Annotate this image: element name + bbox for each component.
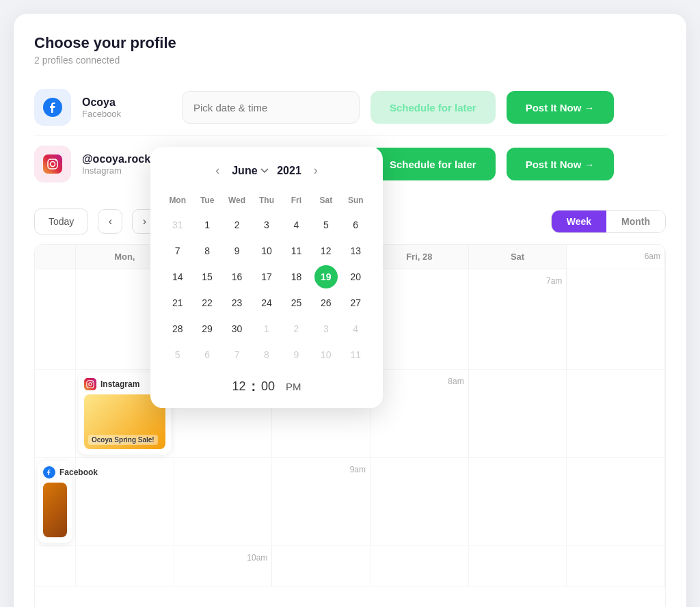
event-spring-label: Ocoya Spring Sale! xyxy=(88,435,158,445)
cal-day-selected[interactable]: 19 xyxy=(314,265,338,288)
time-minute[interactable]: 00 xyxy=(261,379,275,394)
cal-header-thu: Thu xyxy=(253,193,280,211)
cal-day[interactable]: 20 xyxy=(344,265,367,288)
cal-day[interactable]: 27 xyxy=(344,291,367,314)
facebook-icon-thu xyxy=(43,466,55,478)
cal-next-button[interactable]: › xyxy=(308,161,323,180)
week-view-button[interactable]: Week xyxy=(552,211,606,232)
cal-prev-button[interactable]: ‹ xyxy=(210,161,225,180)
cal-day[interactable]: 6 xyxy=(196,343,219,366)
facebook-post-now-button[interactable]: Post It Now → xyxy=(507,91,614,124)
cal-day[interactable]: 8 xyxy=(196,239,219,262)
cal-header-tue: Tue xyxy=(193,193,220,211)
cal-day[interactable]: 3 xyxy=(255,213,278,237)
facebook-event-thu[interactable]: Facebook xyxy=(38,461,72,543)
instagram-icon-thu xyxy=(84,378,96,390)
facebook-profile-icon xyxy=(34,89,71,126)
cal-day[interactable]: 23 xyxy=(226,291,249,314)
cell-thu-10am xyxy=(469,546,567,587)
cal-day[interactable]: 30 xyxy=(226,317,249,340)
cal-day[interactable]: 31 xyxy=(166,213,189,237)
calendar-grid: Mon Tue Wed Thu Fri Sat Sun 31 1 2 3 4 5… xyxy=(164,193,369,366)
cal-day[interactable]: 5 xyxy=(314,213,338,237)
main-container: Choose your profile 2 profiles connected… xyxy=(14,14,686,607)
cal-day[interactable]: 16 xyxy=(226,265,249,288)
month-view-button[interactable]: Month xyxy=(606,211,665,232)
cal-day[interactable]: 9 xyxy=(226,239,249,262)
cal-day[interactable]: 17 xyxy=(255,265,278,288)
cal-day[interactable]: 7 xyxy=(226,343,249,366)
cal-day[interactable]: 10 xyxy=(255,239,278,262)
cal-day[interactable]: 24 xyxy=(255,291,278,314)
cal-day[interactable]: 21 xyxy=(166,291,189,314)
facebook-profile-info: Ocoya Facebook xyxy=(82,96,171,119)
event-platform-thu-name: Instagram xyxy=(100,379,139,389)
cal-day[interactable]: 26 xyxy=(314,291,338,314)
cal-day[interactable]: 25 xyxy=(284,291,308,314)
cal-day[interactable]: 1 xyxy=(196,213,219,237)
svg-point-9 xyxy=(89,383,92,386)
facebook-platform: Facebook xyxy=(82,109,171,119)
cell-fri-9am xyxy=(35,546,76,587)
cal-year: 2021 xyxy=(277,165,301,177)
cal-day[interactable]: 4 xyxy=(344,317,367,340)
cal-day[interactable]: 2 xyxy=(284,317,308,340)
cal-day[interactable]: 28 xyxy=(166,317,189,340)
instagram-schedule-button[interactable]: Schedule for later xyxy=(371,148,496,180)
cal-day[interactable]: 10 xyxy=(314,343,338,366)
cal-day[interactable]: 13 xyxy=(344,239,367,262)
cal-month-select[interactable]: June xyxy=(232,165,270,176)
svg-rect-8 xyxy=(87,381,94,388)
cal-day[interactable]: 5 xyxy=(166,343,189,366)
facebook-schedule-button[interactable]: Schedule for later xyxy=(371,91,496,124)
cal-day[interactable]: 29 xyxy=(196,317,219,340)
cell-blank-9am xyxy=(469,458,567,546)
profile-row-facebook: Ocoya Facebook Schedule for later Post I… xyxy=(34,79,666,136)
event-image-fb xyxy=(43,483,67,537)
cell-thu-8am: Facebook xyxy=(35,458,76,546)
cell-mon-10am xyxy=(272,546,371,587)
time-9am: 9am xyxy=(272,458,371,546)
cell-fri-10am xyxy=(567,546,665,587)
cal-day[interactable]: 4 xyxy=(284,213,308,237)
cell-fri-8am xyxy=(76,458,174,546)
profiles-count: 2 profiles connected xyxy=(34,55,666,66)
cal-day[interactable]: 11 xyxy=(344,343,367,366)
cal-day[interactable]: 22 xyxy=(196,291,219,314)
cell-blank-8am xyxy=(567,370,665,458)
cal-day[interactable]: 11 xyxy=(284,239,308,262)
calendar-header: ‹ June 2021 › xyxy=(164,161,369,180)
cal-day[interactable]: 2 xyxy=(226,213,249,237)
week-header-sat: Sat xyxy=(469,245,567,269)
cell-blank-7am xyxy=(35,370,76,458)
cell-mon-8am xyxy=(469,370,567,458)
time-ampm[interactable]: PM xyxy=(286,381,301,392)
cal-header-wed: Wed xyxy=(224,193,250,211)
facebook-date-input[interactable] xyxy=(182,91,360,124)
cal-day[interactable]: 6 xyxy=(344,213,367,237)
cal-header-sat: Sat xyxy=(312,193,339,211)
cal-day[interactable]: 9 xyxy=(284,343,308,366)
page-title: Choose your profile xyxy=(34,34,666,52)
cal-day[interactable]: 18 xyxy=(284,265,308,288)
cal-day[interactable]: 7 xyxy=(166,239,189,262)
cell-sat-10am xyxy=(35,587,76,607)
cal-day[interactable]: 1 xyxy=(255,317,278,340)
cell-blank-10am xyxy=(371,546,469,587)
cal-day[interactable]: 8 xyxy=(255,343,278,366)
cal-day[interactable]: 3 xyxy=(314,317,338,340)
cal-day[interactable]: 12 xyxy=(314,239,338,262)
time-10am: 10am xyxy=(174,546,273,587)
instagram-post-now-button[interactable]: Post It Now → xyxy=(507,148,614,180)
facebook-name: Ocoya xyxy=(82,96,171,109)
cal-header-mon: Mon xyxy=(164,193,191,211)
today-button[interactable]: Today xyxy=(34,208,88,234)
calendar-time-row: 12 : 00 PM xyxy=(164,379,369,394)
cell-mon-9am xyxy=(371,458,469,546)
week-prev-button[interactable]: ‹ xyxy=(98,209,122,234)
time-hour[interactable]: 12 xyxy=(232,379,245,394)
svg-point-4 xyxy=(55,160,57,161)
cal-day[interactable]: 14 xyxy=(166,265,189,288)
cal-header-fri: Fri xyxy=(283,193,310,211)
cal-day[interactable]: 15 xyxy=(196,265,219,288)
